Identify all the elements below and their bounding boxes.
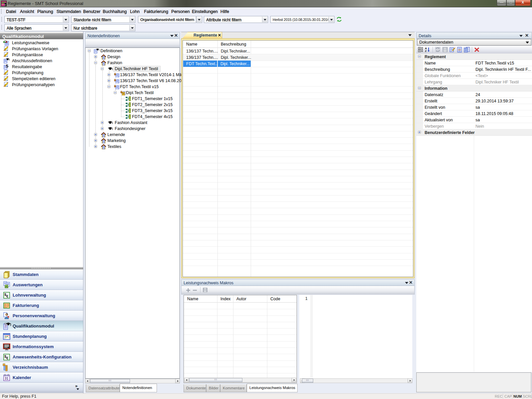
svg-text:31: 31 (5, 377, 9, 380)
svg-text:5: 5 (6, 64, 8, 68)
svg-text:R: R (5, 4, 6, 6)
svg-text:SMT: SMT (2, 1, 6, 3)
svg-text:€: € (6, 294, 8, 298)
svg-text:€: € (6, 356, 8, 360)
svg-text:Z: Z (425, 50, 427, 52)
